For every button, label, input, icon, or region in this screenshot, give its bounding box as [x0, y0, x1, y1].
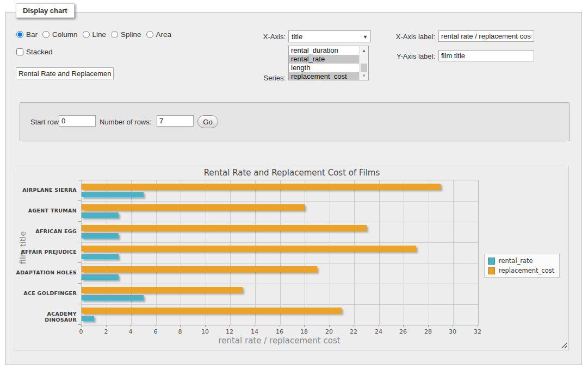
gridline-x [305, 180, 305, 325]
row-controls-panel: Start row: Number of rows: Go [20, 102, 570, 141]
chart-type-option-area[interactable]: Area [146, 30, 172, 39]
gridline-y [82, 304, 478, 305]
bar-replacement_cost [82, 184, 441, 190]
chart-type-option-spline[interactable]: Spline [111, 30, 141, 39]
num-rows-label: Number of rows: [100, 118, 151, 126]
bar-replacement_cost [82, 204, 305, 210]
scroll-up-icon[interactable]: ▲ [360, 47, 368, 54]
y-tick-mark [78, 304, 81, 304]
chart-title: Rental Rate and Replacement Cost of Film… [15, 168, 568, 178]
y-tick-mark [78, 221, 81, 222]
radio-bar[interactable] [16, 31, 23, 38]
x-tick-mark [428, 325, 429, 327]
chart-title-input[interactable] [16, 67, 114, 79]
gridline-y [82, 242, 478, 243]
y-tick-mark [78, 200, 81, 201]
series-scrollbar[interactable]: ▲ ▼ [359, 46, 368, 80]
x-tick-mark [81, 325, 82, 327]
bar-replacement_cost [82, 225, 367, 231]
x-tick-mark [255, 325, 255, 327]
x-tick-mark [379, 325, 379, 327]
x-tick-mark [280, 325, 280, 327]
radio-label: Bar [26, 30, 38, 39]
y-tick-mark [78, 283, 81, 284]
stacked-label: Stacked [26, 48, 53, 56]
radio-label: Line [92, 30, 107, 39]
x-tick-label: 14 [245, 328, 264, 335]
radio-line[interactable] [83, 31, 90, 38]
legend-swatch [488, 267, 495, 274]
chart-type-option-bar[interactable]: Bar [16, 30, 38, 39]
bar-rental_rate [82, 295, 144, 300]
gridline-x [131, 180, 132, 325]
series-option-replacement_cost[interactable]: replacement_cost [289, 72, 359, 80]
radio-area[interactable] [146, 31, 153, 38]
gridline-x [404, 180, 404, 325]
gridline-x [453, 180, 454, 325]
legend-label: rental_rate [499, 257, 533, 265]
bar-replacement_cost [82, 246, 416, 252]
x-tick-label: 4 [121, 328, 140, 335]
radio-spline[interactable] [111, 31, 118, 38]
radio-column[interactable] [42, 31, 49, 38]
scrollbar-thumb[interactable] [361, 64, 367, 72]
x-tick-mark [304, 325, 305, 327]
chart-type-option-line[interactable]: Line [83, 30, 107, 39]
y-tick-mark [78, 262, 81, 263]
series-options: rental_durationrental_ratelengthreplacem… [289, 46, 359, 80]
page: Display chart BarColumnLineSplineArea St… [0, 0, 588, 370]
legend-label: replacement_cost [499, 267, 554, 274]
category-label: ACE GOLDFINGER [15, 290, 77, 296]
x-axis-label-input[interactable] [438, 30, 534, 42]
x-tick-mark [354, 325, 354, 327]
x-tick-label: 30 [443, 328, 462, 335]
category-label: ADAPTATION HOLES [15, 269, 77, 275]
gridline-x [107, 180, 107, 325]
y-axis-label-input[interactable] [438, 50, 534, 61]
series-option-length[interactable]: length [289, 64, 359, 72]
start-row-input[interactable] [59, 115, 96, 127]
x-tick-mark [180, 325, 181, 327]
num-rows-input[interactable] [157, 115, 194, 127]
x-tick-mark [403, 325, 404, 327]
chart-type-radios: BarColumnLineSplineArea [16, 30, 176, 39]
series-option-rental_rate[interactable]: rental_rate [289, 55, 359, 64]
x-tick-label: 12 [220, 328, 239, 335]
x-tick-label: 10 [195, 328, 215, 335]
chevron-down-icon: ▼ [363, 34, 368, 40]
x-tick-label: 26 [393, 328, 413, 335]
x-tick-mark [131, 325, 131, 327]
chart-type-option-column[interactable]: Column [42, 30, 78, 39]
x-axis-select-value: title [292, 33, 302, 41]
stacked-row: Stacked [16, 48, 53, 56]
bar-rental_rate [82, 316, 94, 321]
series-label: Series: [231, 74, 286, 82]
go-button[interactable]: Go [197, 115, 218, 128]
x-tick-label: 0 [71, 328, 91, 335]
resize-grip-icon[interactable] [561, 342, 567, 348]
stacked-checkbox[interactable] [16, 48, 23, 55]
category-label: AFFAIR PREJUDICE [15, 249, 77, 255]
x-tick-mark [329, 325, 330, 327]
gridline-x [181, 180, 181, 325]
bar-rental_rate [82, 254, 119, 259]
fieldset-legend: Display chart [16, 3, 75, 18]
x-tick-label: 28 [418, 328, 438, 335]
series-option-rental_duration[interactable]: rental_duration [289, 46, 359, 55]
x-tick-label: 2 [96, 328, 116, 335]
x-tick-mark [205, 325, 206, 327]
gridline-y [82, 263, 478, 264]
scroll-down-icon[interactable]: ▼ [360, 72, 368, 79]
category-label: AIRPLANE SIERRA [15, 187, 77, 193]
y-tick-mark [78, 242, 81, 242]
plot-area [81, 180, 479, 325]
radio-label: Spline [121, 30, 141, 39]
gridline-x [330, 180, 330, 325]
series-listbox[interactable]: rental_durationrental_ratelengthreplacem… [288, 46, 369, 80]
gridline-x [230, 180, 231, 325]
bar-replacement_cost [82, 266, 317, 272]
y-tick-mark [78, 324, 81, 325]
gridline-x [379, 180, 380, 325]
x-axis-select[interactable]: title ▼ [288, 30, 371, 42]
start-row-label: Start row: [30, 118, 61, 126]
